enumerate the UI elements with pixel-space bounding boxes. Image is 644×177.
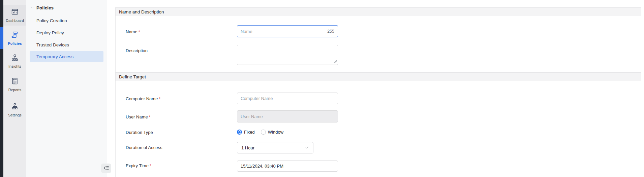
section-header-name-description: Name and Description (115, 7, 641, 16)
submenu-header-label: Policies (36, 5, 54, 10)
section-header-define-target: Define Target (115, 72, 641, 81)
duration-type-label: Duration Type (126, 130, 153, 135)
radio-option-fixed[interactable]: Fixed (237, 130, 255, 135)
nav-item-insights[interactable]: Insights (3, 50, 26, 71)
submenu-header-policies[interactable]: Policies (30, 5, 54, 10)
expiry-time-label: Expiry Time* (126, 163, 151, 168)
section-title: Define Target (119, 74, 146, 79)
nav-item-label: Settings (8, 113, 22, 117)
computer-name-label: Computer Name* (126, 96, 160, 101)
submenu-item-temporary-access[interactable]: Temporary Access (30, 51, 103, 62)
description-label: Description (126, 48, 148, 53)
duration-of-access-label: Duration of Access (126, 145, 162, 150)
nav-item-reports[interactable]: Reports (3, 74, 26, 95)
nav-item-settings[interactable]: Settings (3, 99, 26, 120)
settings-icon (11, 102, 19, 111)
reports-icon (11, 77, 19, 86)
required-asterisk: * (149, 115, 151, 119)
computer-name-input[interactable] (241, 96, 334, 101)
submenu-item-deploy-policy[interactable]: Deploy Policy (36, 28, 64, 37)
select-value: 1 Hour (241, 145, 254, 150)
dashboard-icon (11, 8, 19, 17)
nav-item-policies[interactable]: Policies (3, 27, 26, 49)
required-asterisk: * (150, 164, 151, 168)
policies-submenu: Policies Policy Creation Deploy Policy T… (26, 0, 107, 177)
nav-active-indicator (0, 27, 3, 49)
collapse-sidebar-icon (103, 165, 109, 172)
section-title: Name and Description (119, 9, 164, 14)
content-card-left-border (115, 7, 116, 177)
radio-option-window[interactable]: Window (261, 130, 283, 135)
nav-item-label: Policies (8, 41, 22, 45)
chevron-down-icon (304, 145, 309, 151)
duration-of-access-select[interactable]: 1 Hour (237, 142, 313, 153)
required-asterisk: * (159, 97, 160, 101)
chevron-down-icon (30, 5, 34, 10)
nav-item-label: Insights (8, 64, 21, 68)
radio-label: Fixed (244, 130, 255, 135)
nav-active-indicator-strip (0, 0, 3, 177)
expiry-time-input[interactable] (241, 164, 334, 169)
radio-unselected-icon[interactable] (261, 130, 266, 135)
submenu-item-policy-creation[interactable]: Policy Creation (36, 16, 67, 25)
submenu-item-trusted-devices[interactable]: Trusted Devices (36, 40, 69, 49)
nav-item-dashboard[interactable]: Dashboard (3, 5, 26, 26)
user-name-label: User Name* (126, 114, 150, 119)
icon-rail: Dashboard Policies Insights Reports Sett… (3, 0, 26, 177)
name-label: Name* (126, 29, 140, 34)
char-counter: 255 (327, 29, 334, 34)
user-name-input-wrap (237, 110, 338, 122)
name-input[interactable] (241, 29, 325, 34)
policies-icon (11, 31, 19, 40)
radio-selected-icon[interactable] (237, 130, 242, 135)
radio-label: Window (268, 130, 283, 135)
duration-type-radio-group: Fixed Window (237, 130, 283, 135)
name-input-wrap: 255 (237, 25, 338, 37)
nav-item-label: Dashboard (6, 19, 24, 23)
expiry-time-input-wrap (237, 161, 338, 172)
nav-item-label: Reports (8, 88, 22, 92)
insights-icon (11, 54, 19, 63)
description-textarea-wrap (237, 45, 338, 65)
computer-name-input-wrap (237, 93, 338, 104)
user-name-input[interactable] (241, 114, 334, 119)
resize-grip-icon[interactable] (334, 59, 337, 64)
description-textarea[interactable] (237, 45, 338, 65)
sidebar-collapse-button[interactable] (101, 164, 111, 173)
required-asterisk: * (139, 30, 140, 34)
